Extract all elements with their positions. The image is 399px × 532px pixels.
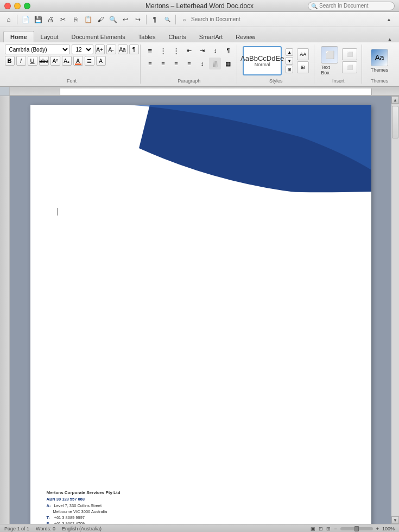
textbox-button[interactable]: ⬜ Text Box [319,45,340,77]
paste-icon[interactable]: 📋 [83,14,93,25]
bullet-list-button[interactable]: ≡ [144,45,156,56]
themes-button[interactable]: Aa Themes [369,47,390,74]
tab-home[interactable]: Home [3,31,34,42]
styles-expand-button[interactable]: ⊞ [286,66,293,73]
styles-nav: ▲ ▼ ⊞ [286,48,293,73]
style-preview: AaBbCcDdEe [240,55,284,62]
view-web-icon[interactable]: ⊞ [326,526,331,531]
letterhead-footer: Mertons Corporate Services Pty Ltd ABN 3… [47,490,121,524]
align-right-button[interactable]: ≡ [170,58,182,69]
vertical-scrollbar[interactable]: ▲ ▼ [391,96,399,524]
outline-list-button[interactable]: ⋮ [170,45,182,56]
document-content[interactable] [30,197,371,501]
align-center-button[interactable]: ≡ [157,58,169,69]
styles-group-label: Styles [269,77,283,84]
close-button[interactable] [4,3,11,9]
tab-review[interactable]: Review [229,31,262,42]
numbered-list-button[interactable]: ⋮ [157,45,169,56]
zoom-icon[interactable]: 🔍 [162,14,173,25]
italic-button[interactable]: I [16,56,26,66]
decrease-indent-button[interactable]: ⇤ [183,45,195,56]
chevron-up-icon: ▲ [387,17,391,22]
styles-up-button[interactable]: ▲ [286,48,293,56]
maximize-button[interactable] [24,3,30,9]
font-row-2: B I U abc A² A₂ A ☰ A [5,56,139,66]
address-line1: Level 7, 330 Collins Street [54,503,102,509]
borders-button[interactable]: ▦ [222,58,234,69]
font-size-select[interactable]: 12 [72,45,93,54]
strikethrough-button[interactable]: abc [39,56,49,66]
window-controls[interactable] [4,3,30,9]
search-doc-icon[interactable]: ⌕ [179,14,189,25]
ribbon-chevron[interactable]: ▲ [382,17,396,22]
redo-icon[interactable]: ↪ [132,14,143,25]
save-icon[interactable]: 💾 [33,14,43,25]
font-grow-button[interactable]: A+ [95,45,105,54]
search-input[interactable] [308,2,395,10]
insert-option-2[interactable]: ⬜ [342,61,357,73]
text-effects-button[interactable]: A [96,56,106,66]
ribbon-insert-group: ⬜ Text Box ⬜ ⬜ Insert [315,45,362,84]
change-styles-button[interactable]: AA [297,48,309,60]
new-doc-icon[interactable]: 📄 [20,14,31,25]
print-icon[interactable]: 🖨 [45,14,56,25]
font-shrink-button[interactable]: A- [106,45,116,54]
line-spacing-button[interactable]: ↕ [196,58,208,69]
copy-icon[interactable]: ⎘ [70,14,81,25]
ruler-page-area [60,88,372,95]
textbox-icon: ⬜ [321,46,338,64]
bold-button[interactable]: B [5,56,15,66]
tab-smartart[interactable]: SmartArt [193,31,229,42]
scroll-thumb[interactable] [392,106,398,138]
shading-button[interactable]: ░ [209,58,221,69]
increase-indent-button[interactable]: ⇥ [196,45,208,56]
tab-layout[interactable]: Layout [34,31,65,42]
document-area[interactable]: 〜 mertons corporate governance specialis… [10,96,391,524]
titlebar-search-area[interactable]: 🔍 [308,2,395,10]
zoom-slider[interactable] [340,527,373,530]
view-full-screen-icon[interactable]: ⊡ [319,526,323,531]
minimize-button[interactable] [14,3,21,9]
font-family-select[interactable]: Cambria (Body) [5,45,70,54]
font-case-button[interactable]: Aa [118,45,128,54]
zoom-thumb[interactable] [354,526,359,531]
show-hide-icon[interactable]: ¶ [149,14,160,25]
style-text-button[interactable]: ⊞ [297,61,309,73]
insert-right-buttons: ⬜ ⬜ [342,45,357,77]
main-layout: 〜 mertons corporate governance specialis… [0,96,399,524]
subscript-button[interactable]: A₂ [62,56,72,66]
document-page[interactable]: 〜 mertons corporate governance specialis… [30,105,371,524]
scroll-up-button[interactable]: ▲ [391,96,399,104]
cut-icon[interactable]: ✂ [58,14,68,25]
quick-access-toolbar: ⌂ 📄 💾 🖨 ✂ ⎘ 📋 🖌 🔍 ↩ ↪ ¶ 🔍 ⌕ Search in Do… [0,12,399,27]
themes-group-label: Themes [371,77,389,84]
view-print-icon[interactable]: ▣ [311,526,315,531]
insert-option-1[interactable]: ⬜ [342,48,357,60]
sort-button[interactable]: ↕ [209,45,221,56]
tab-tables[interactable]: Tables [132,31,162,42]
zoom-in-button[interactable]: + [376,526,379,531]
tab-charts[interactable]: Charts [162,31,192,42]
align-left-button[interactable]: ≡ [144,58,156,69]
show-formatting-button[interactable]: ¶ [222,45,234,56]
zoom-out-button[interactable]: − [334,526,337,531]
tab-document-elements[interactable]: Document Elements [65,31,132,42]
styles-down-button[interactable]: ▼ [286,57,293,65]
insert-controls: ⬜ Text Box ⬜ ⬜ [319,45,357,77]
scroll-down-button[interactable]: ▼ [391,516,399,524]
themes-label: Themes [371,67,389,73]
justify-button[interactable]: ≡ [183,58,195,69]
font-color-button[interactable]: A [73,56,83,66]
superscript-button[interactable]: A² [50,56,60,66]
normal-style-button[interactable]: AaBbCcDdEe Normal [243,46,282,75]
paragraph-group-label: Paragraph [178,77,200,84]
highlight-button[interactable]: ☰ [85,56,94,66]
font-group-label: Font [67,77,77,84]
home-icon[interactable]: ⌂ [3,14,14,25]
undo-icon[interactable]: ↩ [120,14,131,25]
underline-button[interactable]: U [28,56,37,66]
scroll-track[interactable] [391,104,399,516]
find-icon[interactable]: 🔍 [107,14,118,25]
clear-format-button[interactable]: ¶ [129,45,139,54]
format-painter-icon[interactable]: 🖌 [95,14,106,25]
